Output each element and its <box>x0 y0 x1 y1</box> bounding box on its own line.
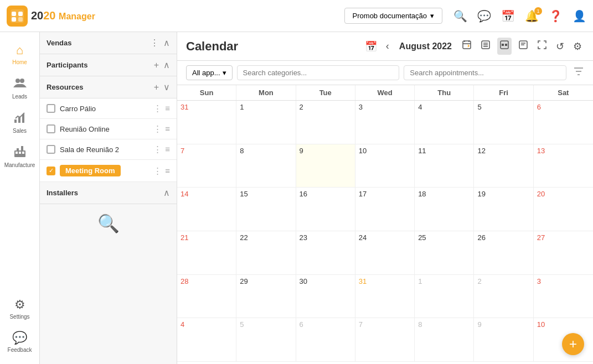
cal-cell-6[interactable]: 6 <box>534 101 593 144</box>
cal-cell-22[interactable]: 22 <box>236 231 296 274</box>
resources-collapse-icon[interactable]: ∨ <box>163 82 170 92</box>
meeting-room-checkbox[interactable] <box>47 167 55 175</box>
sidebar-item-home[interactable]: ⌂ Home <box>0 38 39 71</box>
carro-palio-more[interactable]: ⋮ <box>153 103 162 113</box>
reuniao-online-checkbox[interactable] <box>47 124 55 133</box>
vendas-collapse-icon[interactable]: ∧ <box>163 38 170 48</box>
reuniao-online-drag[interactable]: ≡ <box>165 124 170 134</box>
app-type-filter[interactable]: All app... ▾ <box>186 65 233 80</box>
help-icon[interactable]: ❓ <box>549 9 563 23</box>
cal-cell-11[interactable]: 11 <box>415 144 474 188</box>
search-nav-icon[interactable]: 🔍 <box>453 9 467 23</box>
cal-cell-9-next[interactable]: 9 <box>474 318 533 361</box>
cal-cell-10[interactable]: 10 <box>355 144 415 188</box>
cal-cell-31[interactable]: 31 <box>355 275 415 318</box>
reuniao-online-more[interactable]: ⋮ <box>153 124 162 134</box>
sala-reuniao-2-checkbox[interactable] <box>47 145 55 154</box>
meeting-room-drag[interactable]: ≡ <box>165 166 170 176</box>
cal-cell-28[interactable]: 28 <box>177 275 236 318</box>
cal-cell-12[interactable]: 12 <box>474 144 533 188</box>
cal-cell-31-prev[interactable]: 31 <box>177 101 236 144</box>
cal-cell-26[interactable]: 26 <box>474 231 533 274</box>
cal-cell-29[interactable]: 29 <box>236 275 296 318</box>
cal-cell-2-next[interactable]: 2 <box>474 275 533 318</box>
cal-settings-icon[interactable]: ⚙ <box>571 38 584 55</box>
search-appointments-input[interactable] <box>404 65 566 80</box>
sidebar-item-sales[interactable]: Sales <box>0 105 39 139</box>
advanced-filter-icon[interactable] <box>573 66 584 80</box>
add-appointment-fab[interactable]: + <box>562 333 584 355</box>
day-header-thu: Thu <box>415 85 474 100</box>
cal-cell-3-next[interactable]: 3 <box>534 275 593 318</box>
cal-cell-30[interactable]: 30 <box>296 275 355 318</box>
cal-cell-27[interactable]: 27 <box>534 231 593 274</box>
participants-collapse-icon[interactable]: ∧ <box>163 60 170 70</box>
cal-cell-23[interactable]: 23 <box>296 231 355 274</box>
svg-rect-4 <box>12 17 16 22</box>
cal-cell-24[interactable]: 24 <box>355 231 415 274</box>
cal-cell-8[interactable]: 8 <box>236 144 296 188</box>
cal-cell-4[interactable]: 4 <box>415 101 474 144</box>
cal-cell-16[interactable]: 16 <box>296 188 355 231</box>
cal-cell-4-next[interactable]: 4 <box>177 318 236 361</box>
section-participants: Participants + ∧ <box>40 54 177 76</box>
workspace-selector[interactable]: Promob documentação ▾ <box>344 8 442 24</box>
cal-cell-20[interactable]: 20 <box>534 188 593 231</box>
cal-cell-5[interactable]: 5 <box>474 101 533 144</box>
refresh-icon[interactable]: ↺ <box>554 38 566 55</box>
cal-cell-8-next[interactable]: 8 <box>415 318 474 361</box>
cal-cell-15[interactable]: 15 <box>236 188 296 231</box>
agenda-view-icon[interactable] <box>516 38 530 55</box>
search-icon[interactable]: 🔍 <box>97 213 120 234</box>
sidebar: ⌂ Home Leads Sales <box>0 32 40 364</box>
sala-reuniao-2-more[interactable]: ⋮ <box>153 144 162 154</box>
carro-palio-checkbox[interactable] <box>47 104 55 113</box>
logo: 2020 Manager <box>7 6 95 27</box>
goto-date-icon[interactable] <box>460 38 474 55</box>
sidebar-item-leads[interactable]: Leads <box>0 71 39 105</box>
cal-cell-17[interactable]: 17 <box>355 188 415 231</box>
meeting-room-more[interactable]: ⋮ <box>153 166 162 176</box>
cal-cell-6-next[interactable]: 6 <box>296 318 355 361</box>
leads-icon <box>13 76 27 92</box>
prev-month-btn[interactable]: ‹ <box>384 38 391 54</box>
cal-cell-5-next[interactable]: 5 <box>236 318 296 361</box>
sidebar-item-feedback[interactable]: 💬 Feedback <box>0 325 39 358</box>
resources-add-icon[interactable]: + <box>154 82 159 92</box>
installers-collapse-icon[interactable]: ∧ <box>163 188 170 198</box>
calendar-nav-icon[interactable]: 📅 <box>501 9 515 23</box>
cal-cell-19[interactable]: 19 <box>474 188 533 231</box>
sidebar-item-manufacture[interactable]: Manufacture <box>0 139 39 174</box>
user-icon[interactable]: 👤 <box>573 9 586 23</box>
search-categories-input[interactable] <box>237 65 400 80</box>
cal-cell-1-next[interactable]: 1 <box>415 275 474 318</box>
carro-palio-drag[interactable]: ≡ <box>165 103 170 113</box>
cal-cell-3[interactable]: 3 <box>355 101 415 144</box>
mini-calendar-icon[interactable]: 📅 <box>363 38 379 55</box>
cal-cell-7-next[interactable]: 7 <box>355 318 415 361</box>
cal-cell-9-today[interactable]: 9 <box>296 144 355 188</box>
cal-cell-21[interactable]: 21 <box>177 231 236 274</box>
list-view-icon[interactable] <box>478 38 493 55</box>
cal-cell-1[interactable]: 1 <box>236 101 296 144</box>
sala-reuniao-2-label: Sala de Reunião 2 <box>60 145 149 154</box>
month-view-icon[interactable] <box>497 38 512 55</box>
calendar-wrapper: Sun Mon Tue Wed Thu Fri Sat 31 1 2 3 <box>177 85 593 364</box>
sala-reuniao-2-drag[interactable]: ≡ <box>165 144 170 154</box>
cal-cell-18[interactable]: 18 <box>415 188 474 231</box>
participants-add-icon[interactable]: + <box>154 60 159 70</box>
sidebar-label-home: Home <box>12 59 27 65</box>
chat-icon[interactable]: 💬 <box>477 9 491 23</box>
cal-cell-14[interactable]: 14 <box>177 188 236 231</box>
cal-cell-13[interactable]: 13 <box>534 144 593 188</box>
bell-icon[interactable]: 🔔 1 <box>525 9 539 23</box>
vendas-more-icon[interactable]: ⋮ <box>150 38 159 48</box>
cal-cell-25[interactable]: 25 <box>415 231 474 274</box>
cal-cell-2[interactable]: 2 <box>296 101 355 144</box>
fullscreen-icon[interactable] <box>535 38 549 55</box>
sidebar-item-settings[interactable]: ⚙ Settings <box>0 292 39 325</box>
day-header-wed: Wed <box>355 85 415 100</box>
svg-rect-9 <box>18 117 20 123</box>
cal-cell-7[interactable]: 7 <box>177 144 236 188</box>
day-header-sat: Sat <box>534 85 593 100</box>
